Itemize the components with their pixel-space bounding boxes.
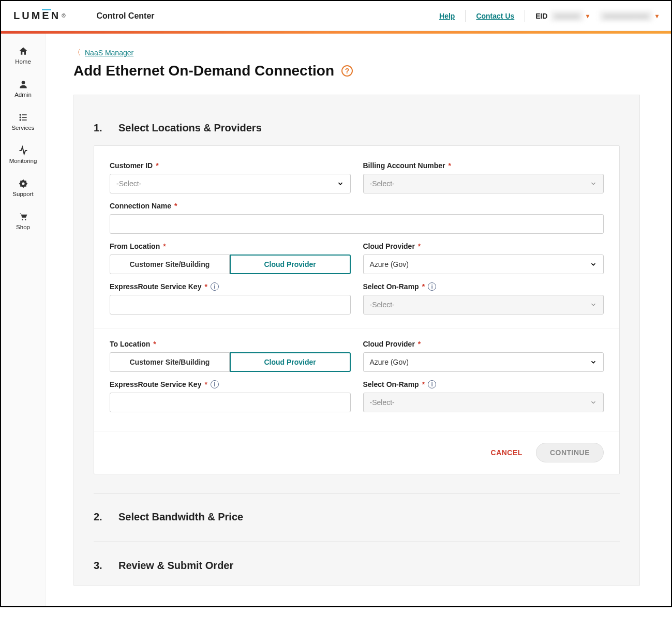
svg-rect-4	[22, 117, 26, 118]
ban-label: Billing Account Number*	[363, 161, 604, 170]
step-title: Select Bandwidth & Price	[118, 511, 243, 523]
step-title: Select Locations & Providers	[118, 122, 262, 134]
divider	[525, 10, 525, 22]
ban-select[interactable]: -Select-	[363, 174, 604, 193]
connection-name-label: Connection Name*	[110, 202, 604, 210]
form-card: Customer ID* -Select- Billing	[94, 145, 620, 474]
step-1-heading: 1. Select Locations & Providers	[94, 122, 620, 134]
step-number: 2.	[94, 511, 104, 523]
svg-point-1	[19, 114, 21, 115]
connection-name-input[interactable]	[110, 214, 604, 234]
to-location-label: To Location*	[110, 340, 351, 348]
svg-point-8	[22, 219, 23, 221]
eid-label: EID	[535, 12, 547, 20]
er-key-a-label: ExpressRoute Service Key* i	[110, 282, 351, 291]
from-loc-customer-site[interactable]: Customer Site/Building	[110, 254, 230, 274]
sidebar-item-services[interactable]: Services	[1, 107, 45, 140]
eid-menu[interactable]: EID xxxxxx ▾	[535, 11, 589, 21]
main: 〈 NaaS Manager Add Ethernet On-Demand Co…	[46, 34, 671, 606]
actions-row: CANCEL CONTINUE	[94, 431, 619, 474]
continue-button[interactable]: CONTINUE	[536, 443, 604, 462]
logo[interactable]: LUMEN®	[13, 10, 66, 22]
onramp-a-label: Select On-Ramp* i	[363, 282, 604, 291]
svg-point-5	[19, 119, 21, 121]
account-menu[interactable]: xxxxxxxxxxx ▾	[600, 11, 659, 21]
svg-point-0	[21, 81, 25, 84]
eid-value-redacted: xxxxxx	[551, 11, 584, 21]
sidebar-item-label: Support	[12, 191, 33, 197]
chevron-down-icon	[590, 301, 597, 308]
sidebar-item-support[interactable]: Support	[1, 173, 45, 206]
cloud-provider-a-select[interactable]: Azure (Gov)	[363, 254, 604, 274]
info-icon[interactable]: i	[211, 380, 219, 388]
chevron-down-icon	[590, 358, 597, 366]
chevron-down-icon	[590, 399, 597, 406]
divider	[94, 328, 619, 328]
svg-rect-2	[22, 114, 26, 115]
breadcrumb: 〈 NaaS Manager	[73, 48, 640, 57]
chevron-down-icon: ▾	[586, 12, 589, 20]
to-loc-customer-site[interactable]: Customer Site/Building	[110, 352, 230, 372]
support-icon	[18, 178, 28, 189]
from-location-label: From Location*	[110, 242, 351, 250]
svg-point-9	[24, 219, 26, 221]
svg-point-3	[19, 116, 21, 118]
cart-icon	[18, 212, 28, 222]
onramp-b-label: Select On-Ramp* i	[363, 380, 604, 388]
sidebar-item-label: Monitoring	[9, 158, 37, 164]
chevron-left-icon: 〈	[73, 48, 81, 57]
step-2-heading: 2. Select Bandwidth & Price	[94, 511, 620, 523]
svg-point-7	[22, 183, 24, 185]
onramp-a-select[interactable]: -Select-	[363, 295, 604, 314]
app-name: Control Center	[97, 11, 155, 21]
to-location-toggle: Customer Site/Building Cloud Provider	[110, 352, 351, 372]
sidebar-item-monitoring[interactable]: Monitoring	[1, 140, 45, 173]
info-icon[interactable]: i	[428, 282, 436, 291]
info-icon[interactable]: i	[211, 282, 219, 291]
from-location-toggle: Customer Site/Building Cloud Provider	[110, 254, 351, 274]
cloud-provider-b-label: Cloud Provider*	[363, 340, 604, 348]
home-icon	[18, 46, 28, 56]
help-link[interactable]: Help	[439, 12, 455, 20]
chevron-down-icon	[590, 261, 597, 268]
from-loc-cloud-provider[interactable]: Cloud Provider	[230, 254, 351, 274]
activity-icon	[18, 145, 28, 156]
help-icon[interactable]: ?	[341, 65, 353, 77]
sidebar-item-admin[interactable]: Admin	[1, 74, 45, 107]
onramp-b-select[interactable]: -Select-	[363, 393, 604, 412]
chevron-down-icon	[337, 180, 344, 187]
er-key-b-input[interactable]	[110, 393, 351, 412]
sidebar-item-label: Services	[11, 125, 34, 131]
list-icon	[18, 112, 28, 123]
customer-id-select[interactable]: -Select-	[110, 174, 351, 193]
chevron-down-icon	[590, 180, 597, 187]
topbar: LUMEN® Control Center Help Contact Us EI…	[1, 1, 671, 31]
step-title: Review & Submit Order	[118, 560, 233, 572]
step-number: 1.	[94, 122, 104, 134]
divider	[94, 493, 620, 493]
account-value-redacted: xxxxxxxxxxx	[600, 11, 652, 21]
sidebar: Home Admin Services Monitoring	[1, 34, 46, 606]
cancel-button[interactable]: CANCEL	[491, 448, 522, 457]
er-key-b-label: ExpressRoute Service Key* i	[110, 380, 351, 388]
chevron-down-icon: ▾	[655, 12, 659, 20]
to-loc-cloud-provider[interactable]: Cloud Provider	[230, 352, 351, 372]
breadcrumb-link[interactable]: NaaS Manager	[85, 49, 133, 57]
sidebar-item-label: Shop	[16, 224, 30, 230]
user-icon	[18, 79, 28, 89]
sidebar-item-shop[interactable]: Shop	[1, 206, 45, 239]
sidebar-item-label: Admin	[14, 92, 32, 98]
cloud-provider-a-label: Cloud Provider*	[363, 242, 604, 250]
step-number: 3.	[94, 560, 104, 572]
customer-id-label: Customer ID*	[110, 161, 351, 170]
sidebar-item-home[interactable]: Home	[1, 41, 45, 74]
svg-rect-6	[22, 119, 26, 121]
info-icon[interactable]: i	[428, 380, 436, 388]
divider	[94, 542, 620, 542]
er-key-a-input[interactable]	[110, 295, 351, 314]
page-title: Add Ethernet On-Demand Connection	[73, 63, 334, 79]
contact-link[interactable]: Contact Us	[476, 12, 514, 20]
wizard-panel: 1. Select Locations & Providers Customer…	[73, 95, 640, 586]
cloud-provider-b-select[interactable]: Azure (Gov)	[363, 352, 604, 372]
sidebar-item-label: Home	[15, 58, 31, 65]
